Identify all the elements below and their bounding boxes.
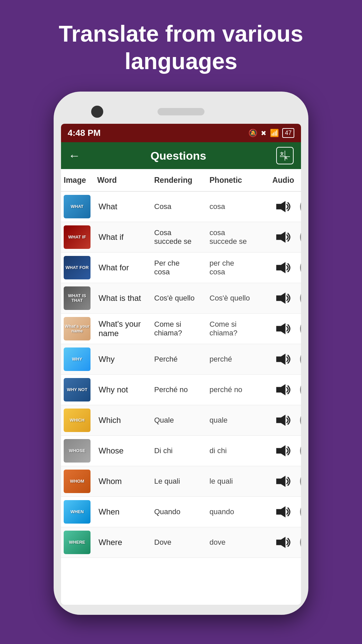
svg-marker-106 — [276, 537, 286, 548]
row-image-whatsyourname[interactable]: What's your name — [64, 317, 90, 340]
row-image-why[interactable]: WHY — [64, 347, 90, 371]
svg-marker-79 — [276, 445, 286, 457]
audio-button-why[interactable] — [266, 352, 300, 366]
table-row: WHAT IS THATWhat is thatCos'è quelloCos'… — [61, 283, 301, 314]
owl-button-when[interactable] — [300, 502, 301, 521]
table-row: WHEREWhereDovedove — [61, 527, 301, 558]
row-image-what[interactable]: WHAT — [64, 195, 90, 218]
audio-button-whatfor[interactable] — [266, 261, 300, 275]
row-rendering-where: Dove — [154, 538, 209, 547]
th-phonetic: Phonetic — [209, 176, 266, 185]
phone-notch — [61, 102, 301, 122]
audio-button-whynot[interactable] — [266, 383, 300, 397]
row-word-whom: Whom — [97, 477, 154, 486]
page-title: Translate from various languages — [0, 0, 362, 92]
table-row: What's your nameWhat's your nameCome si … — [61, 314, 301, 344]
audio-button-whatsyourname[interactable] — [266, 322, 300, 336]
row-image-whynot[interactable]: WHY NOT — [64, 378, 90, 401]
row-rendering-whom: Le quali — [154, 477, 209, 486]
audio-button-whom[interactable] — [266, 474, 300, 488]
row-phonetic-whatif: cosa succede se — [209, 228, 266, 246]
svg-marker-88 — [276, 476, 286, 487]
row-phonetic-whose: di chi — [209, 446, 266, 455]
owl-button-where[interactable] — [300, 533, 301, 552]
row-word-where: Where — [97, 538, 154, 547]
wifi-icon: 📶 — [270, 129, 279, 138]
row-word-whatif: What if — [97, 232, 154, 242]
row-rendering-which: Quale — [154, 416, 209, 425]
row-word-whynot: Why not — [97, 385, 154, 394]
owl-button-which[interactable] — [300, 411, 301, 430]
row-rendering-whatisthat: Cos'è quello — [154, 294, 209, 303]
translate-icon[interactable]: 文 A — [276, 147, 294, 164]
svg-marker-7 — [276, 201, 286, 212]
table-row: WHOMWhomLe qualile quali — [61, 466, 301, 497]
status-icons: 🔕 ✖ 📶 47 — [248, 128, 294, 138]
row-image-when[interactable]: WHEN — [64, 500, 90, 524]
row-word-why: Why — [97, 355, 154, 364]
row-image-whose[interactable]: WHOSE — [64, 439, 90, 463]
phone-frame: 4:48 PM 🔕 ✖ 📶 47 ← Questions 文 A — [54, 92, 308, 615]
svg-marker-61 — [276, 384, 286, 395]
owl-button-whatfor[interactable] — [300, 258, 301, 277]
owl-button-whom[interactable] — [300, 472, 301, 491]
table-row: WHENWhenQuandoquando — [61, 497, 301, 527]
table-row: WHOSEWhoseDi chidi chi — [61, 436, 301, 466]
owl-button-whatisthat[interactable] — [300, 289, 301, 308]
app-bar-title: Questions — [150, 149, 206, 162]
battery-icon: 47 — [282, 128, 294, 138]
audio-button-where[interactable] — [266, 535, 300, 549]
row-image-whatif[interactable]: WHAT IF — [64, 225, 90, 249]
row-image-whatisthat[interactable]: WHAT IS THAT — [64, 286, 90, 310]
audio-button-whatisthat[interactable] — [266, 291, 300, 305]
row-word-whatfor: What for — [97, 263, 154, 272]
owl-button-whatsyourname[interactable] — [300, 319, 301, 338]
row-rendering-whatif: Cosa succede se — [154, 228, 209, 246]
row-image-which[interactable]: WHICH — [64, 409, 90, 432]
row-rendering-when: Quando — [154, 507, 209, 516]
owl-button-whose[interactable] — [300, 441, 301, 460]
owl-button-why[interactable] — [300, 350, 301, 369]
phone-wrapper: 4:48 PM 🔕 ✖ 📶 47 ← Questions 文 A — [54, 92, 308, 644]
row-rendering-what: Cosa — [154, 202, 209, 211]
owl-button-whatif[interactable] — [300, 228, 301, 247]
svg-marker-70 — [276, 415, 286, 426]
bell-mute-icon: 🔕 — [248, 129, 257, 138]
back-button[interactable]: ← — [68, 149, 80, 163]
row-word-which: Which — [97, 416, 154, 425]
audio-button-whatif[interactable] — [266, 230, 300, 244]
phone-screen: 4:48 PM 🔕 ✖ 📶 47 ← Questions 文 A — [61, 124, 301, 605]
audio-button-when[interactable] — [266, 505, 300, 519]
th-word: Word — [97, 176, 154, 185]
row-image-whatfor[interactable]: WHAT FOR — [64, 256, 90, 279]
row-phonetic-what: cosa — [209, 202, 266, 211]
th-image: Image — [64, 176, 97, 185]
row-rendering-whatfor: Per che cosa — [154, 259, 209, 276]
svg-marker-43 — [276, 323, 286, 334]
status-bar: 4:48 PM 🔕 ✖ 📶 47 — [61, 124, 301, 142]
row-word-whatisthat: What is that — [97, 293, 154, 303]
row-image-where[interactable]: WHERE — [64, 531, 90, 554]
audio-button-what[interactable] — [266, 200, 300, 214]
row-phonetic-whynot: perché no — [209, 385, 266, 394]
th-audio: Audio — [266, 176, 300, 185]
svg-marker-16 — [276, 232, 286, 243]
row-rendering-why: Perché — [154, 355, 209, 364]
row-image-whom[interactable]: WHOM — [64, 470, 90, 493]
sim-icon: ✖ — [261, 129, 266, 137]
app-bar: ← Questions 文 A — [61, 142, 301, 169]
table-row: WHAT IFWhat ifCosa succede secosa succed… — [61, 222, 301, 253]
th-download[interactable] — [300, 174, 301, 186]
audio-button-whose[interactable] — [266, 444, 300, 458]
th-rendering: Rendering — [154, 176, 209, 185]
row-phonetic-whatsyourname: Come si chiama? — [209, 320, 266, 337]
svg-marker-25 — [276, 262, 286, 273]
row-word-whatsyourname: What's your name — [97, 319, 154, 338]
owl-button-whynot[interactable] — [300, 380, 301, 399]
svg-marker-52 — [276, 354, 286, 365]
table-row: WHAT FORWhat forPer che cosaper che cosa — [61, 253, 301, 283]
audio-button-which[interactable] — [266, 413, 300, 427]
status-time: 4:48 PM — [68, 128, 101, 138]
owl-button-what[interactable] — [300, 197, 301, 216]
row-phonetic-where: dove — [209, 538, 266, 547]
